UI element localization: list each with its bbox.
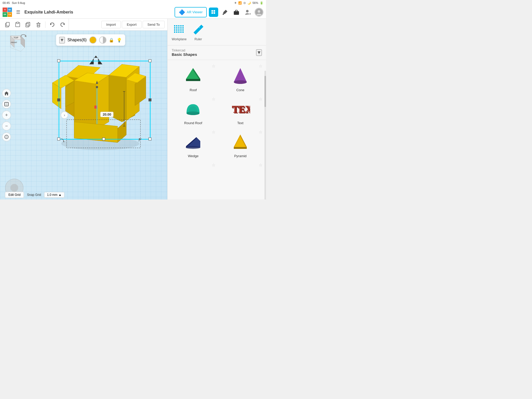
visibility-button[interactable]: 💡 <box>117 38 122 43</box>
time-display: 00:45 <box>3 1 10 4</box>
svg-rect-103 <box>178 31 179 33</box>
svg-text:+: + <box>249 12 251 15</box>
text-icon-area: TEXT TEXT <box>230 98 251 119</box>
snap-grid-value-button[interactable]: 1.0 mm ▲ <box>44 192 64 198</box>
star-cone-button[interactable]: ☆ <box>259 64 262 69</box>
svg-rect-74 <box>149 59 151 62</box>
3d-model <box>26 44 167 163</box>
send-to-button[interactable]: Send To <box>143 21 165 28</box>
menu-button[interactable]: ☰ <box>15 8 21 16</box>
paste-button[interactable] <box>13 20 22 29</box>
perspective-button[interactable] <box>2 132 11 141</box>
shape-card-pyramid[interactable]: ☆ Pyramid <box>217 128 264 161</box>
svg-point-6 <box>246 10 249 12</box>
selector-category-label: Tinkercad <box>172 49 197 52</box>
svg-rect-102 <box>176 31 177 33</box>
star-text-button[interactable]: ☆ <box>259 97 262 102</box>
ruler-label: Ruler <box>195 37 202 41</box>
color-picker-hole[interactable] <box>99 36 106 44</box>
shape-card-extra-2[interactable]: ☆ <box>217 161 264 174</box>
canvas-area[interactable]: TOP FRONT ▼ Shapes(6) 🔒 💡 <box>0 31 167 200</box>
svg-rect-45 <box>5 102 8 106</box>
svg-text:FRONT: FRONT <box>11 42 17 43</box>
snap-grid-value: 1.0 mm <box>47 193 57 197</box>
nav-cube[interactable]: TOP FRONT <box>5 33 23 51</box>
wifi-icon: 📶 <box>238 1 242 5</box>
snap-grid-label: Snap Grid <box>27 193 41 197</box>
shapes-dropdown-button[interactable]: ▼ <box>256 49 262 56</box>
logo-nk: NK <box>8 8 12 12</box>
svg-rect-97 <box>176 29 177 31</box>
shape-card-wedge[interactable]: ☆ Wedge <box>170 128 217 161</box>
ruler-tool[interactable]: Ruler <box>192 23 205 41</box>
pyramid-icon-area <box>230 131 251 152</box>
user-avatar[interactable] <box>255 8 263 17</box>
svg-rect-73 <box>57 59 60 62</box>
shape-card-text[interactable]: ☆ TEXT TEXT Text <box>217 95 264 128</box>
build-mode-button[interactable] <box>220 8 230 17</box>
svg-rect-79 <box>149 99 151 101</box>
lock-button[interactable]: 🔒 <box>109 38 114 43</box>
shape-card-roof[interactable]: ☆ Roof <box>170 62 217 95</box>
logo-ca: CA <box>8 12 12 17</box>
star-extra-2-button[interactable]: ☆ <box>259 163 262 168</box>
edit-grid-button[interactable]: Edit Grid <box>5 192 24 198</box>
zoom-out-button[interactable]: − <box>2 122 11 130</box>
ar-viewer-button[interactable]: 🔷 AR Viewer <box>175 7 207 17</box>
export-button[interactable]: Export <box>122 21 142 28</box>
svg-rect-95 <box>182 27 184 29</box>
suitcase-button[interactable] <box>232 8 241 17</box>
duplicate-button[interactable] <box>23 20 33 29</box>
svg-rect-77 <box>102 138 105 140</box>
star-roof-button[interactable]: ☆ <box>212 64 215 69</box>
nav-right-actions: 🔷 AR Viewer <box>175 7 263 17</box>
bottom-bar: Edit Grid Snap Grid 1.0 mm ▲ <box>0 190 69 200</box>
grid-view-button[interactable] <box>209 8 218 17</box>
workplane-tool[interactable]: Workplane <box>172 23 187 41</box>
svg-rect-2 <box>211 12 213 14</box>
undo-button[interactable] <box>48 20 57 29</box>
select-tool-button[interactable] <box>2 100 11 109</box>
tinkercad-logo[interactable]: TI NK ER CA <box>3 8 12 17</box>
delete-button[interactable] <box>34 20 43 29</box>
zoom-in-button[interactable]: + <box>2 111 11 119</box>
svg-rect-15 <box>27 22 30 26</box>
star-wedge-button[interactable]: ☆ <box>212 130 215 135</box>
logo-ti: TI <box>3 8 7 12</box>
scrollbar-track <box>264 71 266 200</box>
panel-collapse-button[interactable]: › <box>61 111 68 119</box>
logo-er: ER <box>3 12 7 17</box>
color-picker-yellow[interactable] <box>89 36 96 44</box>
svg-marker-125 <box>234 147 247 149</box>
paste-icon <box>15 22 21 28</box>
right-panel: Workplane Ruler Tinkercad Basic Shapes ▼ <box>167 19 266 200</box>
undo-icon <box>49 22 55 28</box>
right-panel-tools: Workplane Ruler <box>168 19 266 45</box>
home-icon <box>4 91 9 96</box>
import-button[interactable]: Import <box>101 21 121 28</box>
redo-button[interactable] <box>58 20 67 29</box>
home-view-button[interactable] <box>2 89 11 98</box>
ar-viewer-label: AR Viewer <box>187 10 203 14</box>
star-pyramid-button[interactable]: ☆ <box>259 130 262 135</box>
copy-button[interactable] <box>3 20 12 29</box>
workplane-icon <box>173 23 186 36</box>
round-roof-icon-area <box>183 98 204 119</box>
svg-line-108 <box>195 28 196 29</box>
moon-icon: 🌙 <box>247 1 251 5</box>
scrollbar-thumb[interactable] <box>264 76 266 107</box>
shape-card-round-roof[interactable]: ☆ Round Roof <box>170 95 217 128</box>
star-extra-1-button[interactable]: ☆ <box>212 163 215 168</box>
svg-point-48 <box>5 135 8 139</box>
svg-rect-90 <box>182 25 184 26</box>
star-round-roof-button[interactable]: ☆ <box>212 97 215 102</box>
add-user-button[interactable]: + <box>243 8 252 17</box>
shape-card-extra-1[interactable]: ☆ <box>170 161 217 174</box>
shape-card-cone[interactable]: ☆ Cone <box>217 62 264 95</box>
svg-rect-78 <box>57 99 60 101</box>
svg-point-84 <box>96 86 98 88</box>
shapes-panel-collapse[interactable]: ▼ <box>59 37 65 43</box>
toolbar-right: Import Export Send To <box>69 19 167 31</box>
battery-icon: 🔋 <box>260 1 263 5</box>
svg-line-106 <box>196 27 197 28</box>
